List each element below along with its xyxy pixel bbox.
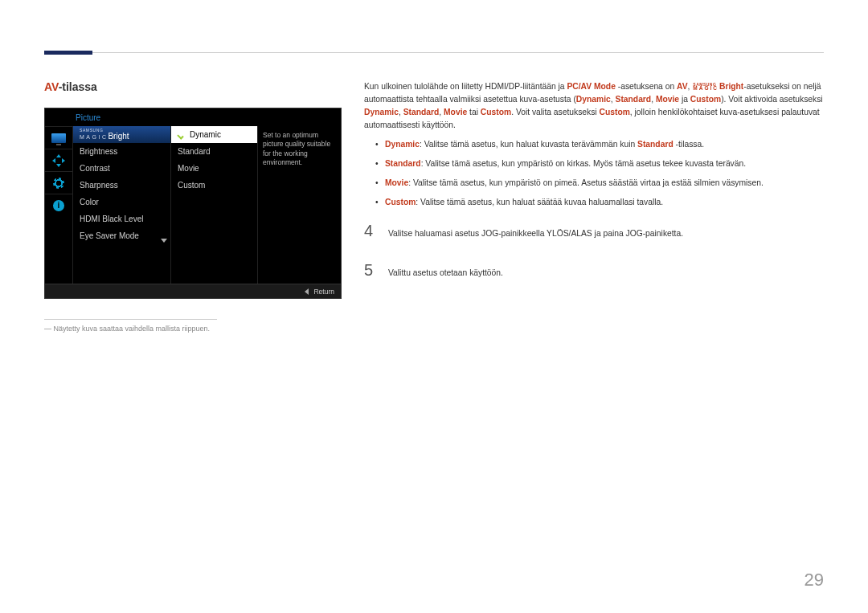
disclaimer-rule (44, 319, 217, 320)
osd-header: Picture (45, 108, 341, 126)
step-number-5: 5 (364, 258, 379, 283)
header-rule (44, 52, 824, 53)
bullet-movie: Movie: Valitse tämä asetus, kun ympärist… (375, 177, 824, 190)
return-arrow-icon (305, 288, 309, 295)
title-suffix: -tilassa (59, 80, 97, 93)
osd-item-contrast[interactable]: Contrast (73, 160, 170, 177)
osd-item-color[interactable]: Color (73, 194, 170, 210)
picture-icon (45, 126, 72, 149)
bullet-list: Dynamic: Valitse tämä asetus, kun haluat… (375, 138, 824, 209)
osd-category-title: Picture (72, 113, 100, 122)
osd-option-dynamic[interactable]: Dynamic (171, 126, 257, 143)
resize-icon (45, 149, 72, 171)
step-5: 5 Valittu asetus otetaan käyttöön. (364, 258, 824, 283)
samsung-magic-inline: SAMSUNGMAGIC (693, 84, 719, 91)
bullet-custom: Custom: Valitse tämä asetus, kun haluat … (375, 196, 824, 209)
osd-description: Set to an optimum picture quality suitab… (257, 126, 341, 284)
header-accent (44, 51, 92, 55)
bullet-standard: Standard: Valitse tämä asetus, kun ympär… (375, 157, 824, 170)
osd-screenshot: Picture i SAMSUNG MAGICBright (44, 108, 342, 299)
page-content: AV-tilassa Picture i (44, 80, 824, 333)
osd-option-custom[interactable]: Custom (171, 177, 257, 194)
magic-bright-label: SAMSUNG MAGICBright (80, 129, 129, 141)
osd-item-eye-saver-mode[interactable]: Eye Saver Mode (73, 227, 170, 244)
osd-item-hdmi-black-level[interactable]: HDMI Black Level (73, 210, 170, 227)
osd-option-standard[interactable]: Standard (171, 143, 257, 160)
disclaimer-text: ― Näytetty kuva saattaa vaihdella mallis… (44, 325, 342, 333)
page-number: 29 (805, 570, 824, 591)
section-title: AV-tilassa (44, 80, 342, 93)
step-text-4: Valitse haluamasi asetus JOG-painikkeell… (388, 227, 683, 240)
step-4: 4 Valitse haluamasi asetus JOG-painikkee… (364, 219, 824, 243)
step-text-5: Valittu asetus otetaan käyttöön. (388, 267, 503, 280)
osd-icon-column: i (45, 126, 72, 284)
check-icon (178, 131, 186, 139)
bullet-dynamic: Dynamic: Valitse tämä asetus, kun haluat… (375, 138, 824, 151)
scroll-down-icon (161, 239, 167, 243)
intro-paragraph: Kun ulkoinen tulolähde on liitetty HDMI/… (364, 80, 824, 132)
osd-option-movie[interactable]: Movie (171, 160, 257, 177)
title-av: AV (44, 80, 59, 93)
osd-footer: Return (45, 284, 341, 298)
left-column: AV-tilassa Picture i (44, 80, 342, 333)
osd-item-magicbright[interactable]: SAMSUNG MAGICBright (73, 126, 170, 143)
steps-list: 4 Valitse haluamasi asetus JOG-painikkee… (364, 219, 824, 283)
osd-item-brightness[interactable]: Brightness (73, 143, 170, 160)
return-label[interactable]: Return (313, 288, 334, 296)
osd-menu-column: SAMSUNG MAGICBright Brightness Contrast … (72, 126, 170, 284)
osd-body: i SAMSUNG MAGICBright Brightness Contras… (45, 126, 341, 284)
settings-icon (45, 171, 72, 194)
info-icon: i (45, 194, 72, 216)
right-column: Kun ulkoinen tulolähde on liitetty HDMI/… (364, 80, 824, 333)
step-number-4: 4 (364, 219, 379, 243)
osd-options-column: Dynamic Standard Movie Custom (170, 126, 257, 284)
osd-item-sharpness[interactable]: Sharpness (73, 177, 170, 194)
